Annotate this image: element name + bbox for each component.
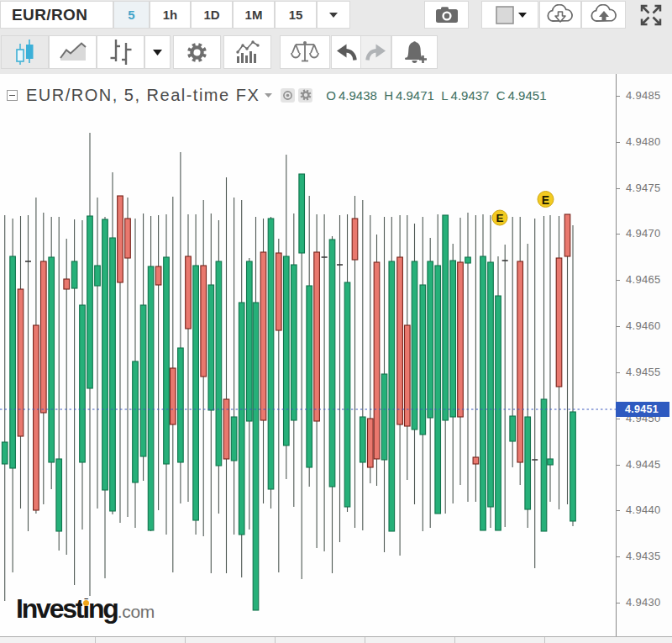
svg-text:E: E xyxy=(542,193,549,207)
svg-text:E: E xyxy=(496,212,503,224)
